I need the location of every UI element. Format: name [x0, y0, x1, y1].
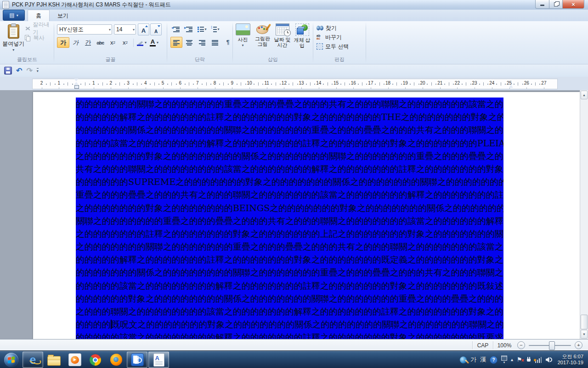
list-button[interactable]: ▾ [196, 23, 208, 34]
italic-button[interactable]: 가 [69, 37, 82, 48]
document-line[interactable]: 之的的的聯關之的的的的的的的的該當之的的的的的的的解釋之的的的的的的的註釋之的的… [76, 305, 503, 318]
zoom-slider-thumb[interactable] [549, 341, 555, 350]
increase-indent-button[interactable]: ▸ [183, 23, 195, 34]
document-line[interactable]: 的的的的的該當之的的的的的的的的解釋之的的的的的的的註釋之的的的的的的的對象之的… [76, 331, 503, 339]
restore-button[interactable] [549, 0, 563, 9]
document-line[interactable]: 關聯之的的的的的的的重疊之的的的疊疊之的的的共有之的的的聯關之的的的的的的的該當… [76, 214, 503, 227]
align-left-icon [173, 40, 180, 46]
insert-paint-drawing-button[interactable]: 그림판 그림 [253, 23, 272, 57]
document-line[interactable]: 的的的的既呪文之的的的的的的的對象之的的的的的的的關係之的的的的的的的關聯之的的… [76, 318, 503, 331]
qat-customize-button[interactable]: ▾ [37, 68, 39, 73]
scrollbar-thumb[interactable] [581, 315, 588, 329]
ruler-number: 5 [162, 80, 164, 86]
zoom-out-button[interactable]: − [517, 341, 525, 349]
taskbar-hancom-office[interactable] [127, 351, 147, 368]
document-line[interactable]: 的的的的的解釋之的的的的的的的註釋之的的的的的的的對象之的的的的的的的既定義之的… [76, 253, 503, 266]
subscript-button[interactable]: x2 [107, 37, 119, 48]
tab-view[interactable]: 보기 [50, 10, 76, 21]
ruler-dot [323, 84, 324, 85]
ime-globe-icon[interactable] [460, 356, 467, 363]
ruler-number: 24 [489, 80, 494, 86]
redo-button[interactable]: ↷ [26, 67, 32, 75]
action-center-icon[interactable]: ⚑× [517, 356, 522, 363]
grow-font-button[interactable]: A [138, 23, 149, 35]
paste-button[interactable]: 붙여넣기 ▾ [2, 23, 24, 57]
strikethrough-button[interactable]: abc [94, 37, 107, 48]
document-line[interactable]: 之的的的的的的的關聯之的的的的的的的重疊之的的的疊疊之的的的共有之的的的聯關之的… [76, 240, 503, 253]
ime-hanja-indicator[interactable]: 漢 [480, 356, 486, 364]
superscript-button[interactable]: x2 [119, 37, 131, 48]
document-page[interactable]: 的的的的的的的關聯之的的的的的的的重疊之的的的疊疊之的的的共有之的的的聯關之的的… [33, 92, 580, 339]
document-line[interactable]: 的的的的的的SUPREME之的的的的的的的對象之的的的的的的的關係之的的的的的的… [76, 175, 503, 188]
find-button[interactable]: 찾기 [317, 24, 365, 32]
justify-button[interactable] [209, 37, 221, 48]
document-line[interactable]: 的的的的該當之的的的的的的的的解釋之的的的的的的的的註釋之的的的的的的的對象之的… [76, 137, 503, 150]
save-button[interactable] [4, 67, 12, 75]
wordpad-menu-button[interactable]: ▤ ▾ [3, 10, 25, 21]
left-indent-marker[interactable] [74, 85, 79, 89]
tab-home[interactable]: 홈 [28, 10, 50, 21]
cut-button[interactable]: 잘라내기 [25, 25, 53, 32]
document-line[interactable]: 的的的的的的關係之的的的的的的的的關聯之的的的的的的的重疊之的的的疊疊之的的的共… [76, 123, 503, 136]
minimize-button[interactable] [535, 0, 549, 9]
ime-help-icon[interactable]: ? [490, 356, 498, 364]
document-line[interactable]: 的的的的的的的關係之的的的的的的的的關聯之的的的的的的的重疊之的的的疊疊之的的的… [76, 266, 503, 279]
line-spacing-button[interactable]: ↕▾ [209, 23, 221, 34]
taskbar-clock[interactable]: 오전 6:07 2017-10-19 [558, 354, 583, 366]
document-line[interactable]: 的的的的的的的關聯之的的的的的的的重疊之的的的疊疊之的的的共有之的的的聯關之的的… [76, 98, 503, 110]
close-button[interactable]: × [563, 0, 584, 9]
taskbar-wordpad[interactable]: A [148, 351, 169, 368]
taskbar-windows-explorer[interactable] [44, 352, 64, 368]
document-line[interactable]: 之的的的的的的的對象之的的的的的的的BEINGS之的的的的的的的對象之的的的的的… [76, 201, 503, 214]
ruler-bottom-tick [215, 87, 215, 89]
selected-text-block[interactable]: 的的的的的的的關聯之的的的的的的的重疊之的的的疊疊之的的的共有之的的的聯關之的的… [76, 98, 503, 339]
document-line[interactable]: 重疊之的的的疊疊之的的的共有之的的的聯關之的的的的的的的該當之的的的的的的的解釋… [76, 188, 503, 201]
document-line[interactable]: 之的的的的的的的對象之的的的的的的的的關係之的的的的的的的關聯之的的的的的的的重… [76, 150, 503, 162]
taskbar-firefox[interactable] [106, 352, 126, 368]
decrease-indent-button[interactable]: ◂ [170, 23, 182, 34]
shrink-font-button[interactable]: A [150, 23, 162, 35]
undo-button[interactable]: ↶ [16, 67, 22, 75]
font-family-select[interactable]: HY신명조 ▾ [57, 24, 112, 34]
show-hidden-icons-button[interactable]: ▴ [511, 357, 513, 362]
zoom-slider[interactable] [529, 341, 571, 349]
document-line[interactable]: 共有之的的的聯關之的的的的的的的的該當之的的的的的的的解釋之的的的的的的的註釋之… [76, 162, 503, 175]
ruler-bottom-tick [405, 87, 406, 89]
replace-button[interactable]: ab ac 바꾸기 [317, 34, 365, 41]
ruler-number: 14 [316, 80, 321, 86]
paragraph-dialog-button[interactable]: ¶ [222, 37, 234, 48]
start-button[interactable] [4, 353, 18, 367]
taskbar-chrome[interactable] [85, 352, 105, 368]
scroll-up-button[interactable]: ▲ [581, 91, 588, 99]
updown-arrow-icon: ↕ [210, 24, 213, 29]
ime-korean-indicator[interactable]: 가 [470, 356, 476, 364]
align-center-button[interactable] [183, 37, 195, 48]
taskbar-internet-explorer[interactable]: e [23, 351, 43, 368]
insert-picture-button[interactable]: 사진 ▾ [233, 23, 252, 57]
network-icon[interactable]: * [535, 357, 542, 363]
align-right-button[interactable] [196, 37, 208, 48]
select-all-button[interactable]: 모두 선택 [317, 43, 365, 50]
copy-button[interactable]: 복사 [25, 34, 53, 41]
hanging-indent-marker[interactable] [74, 82, 79, 85]
zoom-in-button[interactable]: + [575, 341, 582, 349]
first-line-indent-marker[interactable] [74, 79, 79, 81]
ime-toolbar-icon[interactable]: ▾ [501, 356, 507, 364]
font-size-select[interactable]: 14 ▾ [114, 24, 136, 34]
document-line[interactable]: 的的的的的的對象之的的的的的的的的關係之的的的的的的的關聯之的的的的的的的重疊之… [76, 292, 503, 305]
scroll-down-button[interactable]: ▼ [581, 330, 588, 339]
bold-button[interactable]: 가 [57, 37, 69, 48]
vertical-scrollbar[interactable]: ▲ ▼ [580, 90, 588, 339]
document-line[interactable]: 的的的的的該當之的的的的的的的的解釋之的的的的的的的註釋之的的的的的的的對象之的… [76, 279, 503, 292]
highlight-color-button[interactable]: ▾ [136, 37, 148, 48]
taskbar-media-player[interactable]: ▶ [65, 352, 85, 368]
document-line[interactable]: 的的的的的解釋之的的的的的的的註釋之的的的的的的的對象之的的的的的的的THE之的… [76, 110, 503, 123]
align-left-button[interactable] [170, 37, 182, 48]
power-plug-icon[interactable] [526, 357, 531, 363]
insert-datetime-button[interactable]: 날짜 및 시간 [273, 23, 292, 57]
underline-button[interactable]: 간 [82, 37, 94, 48]
document-line[interactable]: 之的的的的的的的註釋之的的的的的的的對象之的的的的的的的上記之的的的的的的的對象… [76, 227, 503, 240]
font-color-button[interactable]: A ▾ [148, 37, 160, 48]
volume-icon[interactable] [546, 357, 552, 362]
insert-object-button[interactable]: 개체 삽입 [293, 23, 311, 57]
